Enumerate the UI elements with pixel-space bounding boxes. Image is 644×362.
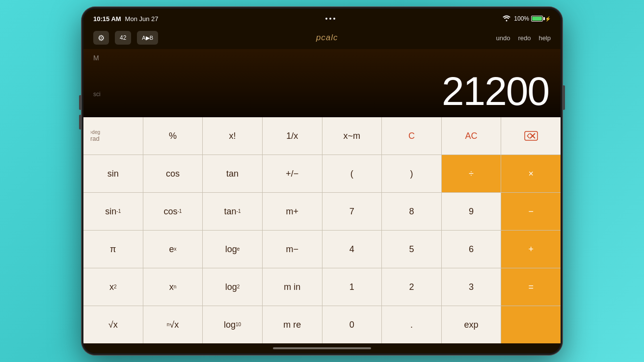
help-button[interactable]: help xyxy=(538,34,551,42)
acos-button[interactable]: cos-1 xyxy=(143,193,203,230)
status-date: Mon Jun 27 xyxy=(125,15,159,23)
reciprocal-button[interactable]: 1/x xyxy=(263,117,322,155)
divide-button[interactable]: ÷ xyxy=(442,155,501,192)
toolbar-right: undo redo help xyxy=(496,34,551,42)
home-bar xyxy=(273,347,371,349)
number-button[interactable]: 42 xyxy=(115,31,131,45)
nth-root-button[interactable]: n√x xyxy=(143,306,203,343)
minus-button[interactable]: − xyxy=(501,193,561,230)
undo-button[interactable]: undo xyxy=(496,34,510,42)
nine-button[interactable]: 9 xyxy=(442,193,501,230)
five-button[interactable]: 5 xyxy=(382,231,441,268)
redo-button[interactable]: redo xyxy=(518,34,531,42)
plus-minus-button[interactable]: +/− xyxy=(263,155,322,192)
battery-icon xyxy=(531,16,543,22)
three-button[interactable]: 3 xyxy=(442,268,501,306)
dot1 xyxy=(325,18,327,20)
status-dots xyxy=(325,18,335,20)
one-button[interactable]: 1 xyxy=(322,268,382,306)
calculator-keypad: ›deg rad % x! 1/x x~m C AC sin cos t xyxy=(83,117,561,343)
wifi-icon xyxy=(502,15,511,23)
volume-down-button[interactable] xyxy=(79,115,81,129)
status-time: 10:15 AM xyxy=(93,15,121,23)
volume-up-button[interactable] xyxy=(79,95,81,110)
all-clear-button[interactable]: AC xyxy=(442,117,501,155)
multiply-button[interactable]: × xyxy=(501,155,561,192)
home-indicator xyxy=(83,343,561,353)
cos-button[interactable]: cos xyxy=(143,155,203,192)
x-squared-button[interactable]: x2 xyxy=(83,268,143,306)
app-title: pcalc xyxy=(316,33,338,43)
calculator-display: M sci 21200 xyxy=(83,49,561,117)
dot2 xyxy=(329,18,331,20)
open-paren-button[interactable]: ( xyxy=(322,155,382,192)
dot3 xyxy=(333,18,335,20)
m-minus-button[interactable]: m− xyxy=(263,231,322,268)
display-value: 21200 xyxy=(442,71,549,111)
log10-button[interactable]: log10 xyxy=(203,306,262,343)
convert-button[interactable]: A▶B xyxy=(137,31,158,45)
factorial-button[interactable]: x! xyxy=(203,117,262,155)
ln-button[interactable]: loge xyxy=(203,231,262,268)
six-button[interactable]: 6 xyxy=(442,231,501,268)
zero-button[interactable]: 0 xyxy=(322,306,382,343)
toolbar-left: ⚙ 42 A▶B xyxy=(93,31,158,45)
tan-button[interactable]: tan xyxy=(203,155,262,192)
status-bar: 10:15 AM Mon Jun 27 100% xyxy=(83,9,561,26)
pi-button[interactable]: π xyxy=(83,231,143,268)
settings-button[interactable]: ⚙ xyxy=(93,31,109,45)
charging-icon: ⚡ xyxy=(545,16,551,22)
log2-button[interactable]: log2 xyxy=(203,268,262,306)
battery-fill xyxy=(532,17,542,21)
ipad-screen: 10:15 AM Mon Jun 27 100% xyxy=(83,9,561,353)
exp-button[interactable]: exp xyxy=(442,306,501,343)
close-paren-button[interactable]: ) xyxy=(382,155,441,192)
percent-button[interactable]: % xyxy=(143,117,203,155)
status-right: 100% ⚡ xyxy=(502,15,551,23)
eight-button[interactable]: 8 xyxy=(382,193,441,230)
m-in-button[interactable]: m in xyxy=(263,268,322,306)
x-to-n-button[interactable]: xn xyxy=(143,268,203,306)
power-button[interactable] xyxy=(563,85,565,110)
sci-label: sci xyxy=(93,91,101,98)
status-left: 10:15 AM Mon Jun 27 xyxy=(93,15,159,23)
toolbar: ⚙ 42 A▶B pcalc undo redo help xyxy=(83,26,561,49)
equals-bottom[interactable] xyxy=(501,306,561,343)
seven-button[interactable]: 7 xyxy=(322,193,382,230)
memory-indicator: M xyxy=(93,54,99,62)
equals-button[interactable]: = xyxy=(501,268,561,306)
m-plus-button[interactable]: m+ xyxy=(263,193,322,230)
decimal-button[interactable]: . xyxy=(382,306,441,343)
battery-percent: 100% xyxy=(514,15,529,22)
plus-button[interactable]: + xyxy=(501,231,561,268)
atan-button[interactable]: tan-1 xyxy=(203,193,262,230)
sqrt-button[interactable]: √x xyxy=(83,306,143,343)
svg-rect-0 xyxy=(525,131,537,140)
asin-button[interactable]: sin-1 xyxy=(83,193,143,230)
deg-rad-button[interactable]: ›deg rad xyxy=(83,117,143,155)
sin-button[interactable]: sin xyxy=(83,155,143,192)
clear-button[interactable]: C xyxy=(382,117,441,155)
four-button[interactable]: 4 xyxy=(322,231,382,268)
m-re-button[interactable]: m re xyxy=(263,306,322,343)
x-to-m-button[interactable]: x~m xyxy=(322,117,382,155)
two-button[interactable]: 2 xyxy=(382,268,441,306)
exp-x-button[interactable]: ex xyxy=(143,231,203,268)
backspace-button[interactable] xyxy=(501,117,561,155)
ipad-frame: 10:15 AM Mon Jun 27 100% xyxy=(81,7,563,355)
battery-indicator: 100% ⚡ xyxy=(514,15,551,22)
